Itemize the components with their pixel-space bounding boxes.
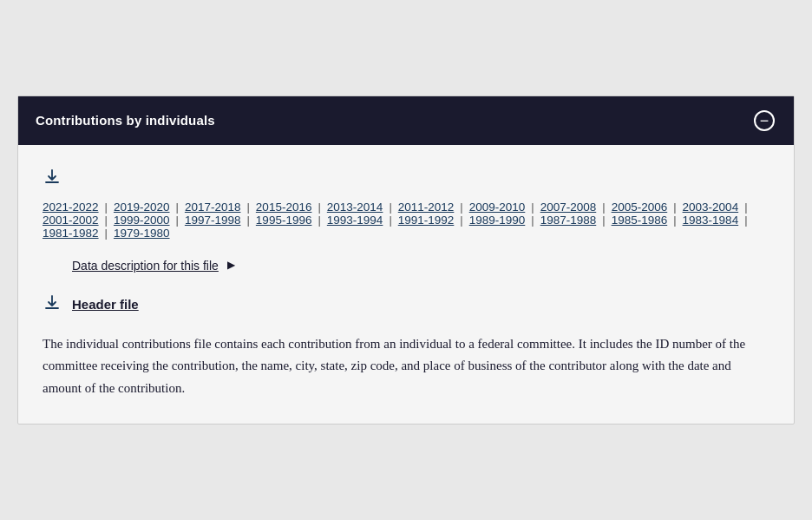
year-link-2009-2010[interactable]: 2009-2010: [469, 201, 526, 214]
years-links: 2021-2022 | 2019-2020 | 2017-2018 | 2015…: [43, 201, 769, 240]
card-title: Contributions by individuals: [36, 113, 215, 128]
year-link-1979-1980[interactable]: 1979-1980: [114, 227, 170, 240]
year-link-1987-1988[interactable]: 1987-1988: [540, 214, 597, 227]
download-icon: [43, 168, 62, 187]
year-link-2017-2018[interactable]: 2017-2018: [185, 201, 241, 214]
year-link-1993-1994[interactable]: 1993-1994: [327, 214, 383, 227]
download-icon-wrap: [43, 168, 62, 190]
collapse-icon: −: [754, 110, 775, 131]
year-link-1999-2000[interactable]: 1999-2000: [114, 214, 170, 227]
description-text: The individual contributions file contai…: [43, 333, 769, 400]
contributions-card: Contributions by individuals − 2021-2022…: [17, 95, 795, 425]
year-link-2005-2006[interactable]: 2005-2006: [612, 201, 668, 214]
year-link-1981-1982[interactable]: 1981-1982: [43, 227, 99, 240]
year-link-1997-1998[interactable]: 1997-1998: [185, 214, 241, 227]
year-link-2021-2022[interactable]: 2021-2022: [43, 201, 99, 214]
data-description-arrow: ▶: [227, 259, 235, 272]
year-link-1991-1992[interactable]: 1991-1992: [398, 214, 455, 227]
data-description-row: Data description for this file ▶: [72, 259, 769, 273]
header-file-link[interactable]: Header file: [72, 297, 139, 312]
years-download-row: 2021-2022 | 2019-2020 | 2017-2018 | 2015…: [43, 166, 769, 240]
year-link-1983-1984[interactable]: 1983-1984: [683, 214, 739, 227]
year-link-1985-1986[interactable]: 1985-1986: [612, 214, 668, 227]
card-body: 2021-2022 | 2019-2020 | 2017-2018 | 2015…: [18, 145, 794, 425]
data-description-link[interactable]: Data description for this file: [72, 259, 219, 273]
year-link-2007-2008[interactable]: 2007-2008: [540, 201, 597, 214]
year-link-2019-2020[interactable]: 2019-2020: [114, 201, 170, 214]
header-file-download-icon-wrap: [43, 293, 62, 316]
year-link-2001-2002[interactable]: 2001-2002: [43, 214, 99, 227]
year-link-2011-2012[interactable]: 2011-2012: [398, 201, 455, 214]
year-link-2013-2014[interactable]: 2013-2014: [327, 201, 383, 214]
year-link-1989-1990[interactable]: 1989-1990: [469, 214, 526, 227]
year-link-1995-1996[interactable]: 1995-1996: [256, 214, 312, 227]
year-link-2003-2004[interactable]: 2003-2004: [683, 201, 739, 214]
collapse-button[interactable]: −: [752, 109, 776, 133]
card-header: Contributions by individuals −: [18, 96, 794, 145]
header-file-row: Header file: [43, 293, 769, 316]
header-file-download-icon: [43, 293, 62, 313]
year-link-2015-2016[interactable]: 2015-2016: [256, 201, 312, 214]
